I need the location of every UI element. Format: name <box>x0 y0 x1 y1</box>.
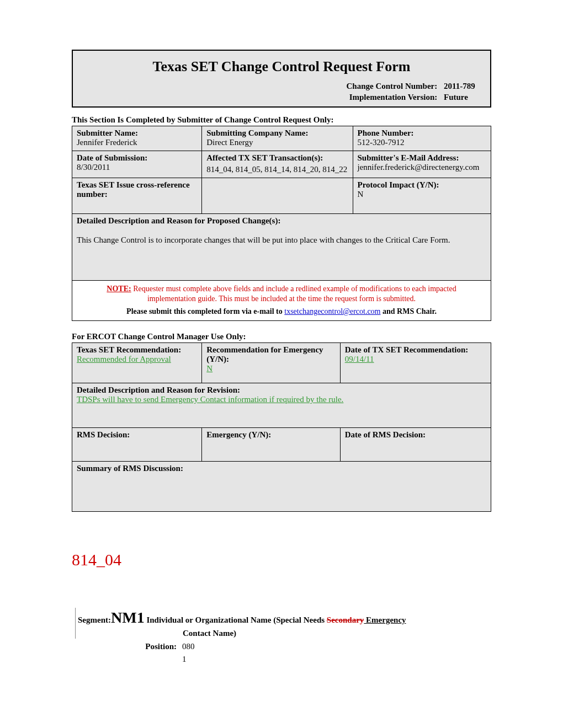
xref-spacer <box>202 178 353 213</box>
position-row: Position:080 <box>72 642 491 651</box>
email-value: jennifer.frederick@directenergy.com <box>358 163 486 172</box>
detail-cell: Detailed Description and Reason for Prop… <box>72 213 491 280</box>
company-value: Direct Energy <box>206 138 348 147</box>
email-cell: Submitter's E-Mail Address: jennifer.fre… <box>353 151 491 178</box>
rms-sum-cell: Summary of RMS Discussion: <box>72 462 491 512</box>
txset-rec-label: Texas SET Recommendation: <box>77 345 197 355</box>
note-block: NOTE: Requester must complete above fiel… <box>72 281 491 322</box>
txset-label: Affected TX SET Transaction(s): <box>206 153 348 163</box>
note-prefix: NOTE: <box>107 285 131 293</box>
txset-rec-date-label: Date of TX SET Recommendation: <box>345 345 486 355</box>
ercot-table: Texas SET Recommendation: Recommended fo… <box>72 342 491 512</box>
note-red-text: NOTE: Requester must complete above fiel… <box>89 284 474 305</box>
impl-version-value: Future <box>444 92 482 103</box>
note-submit-link[interactable]: txsetchangecontrol@ercot.com <box>284 307 380 315</box>
rms-emerg-label: Emergency (Y/N): <box>206 430 335 440</box>
section-ercot-label: For ERCOT Change Control Manager Use Onl… <box>72 332 491 341</box>
txset-rec-value: Recommended for Approval <box>77 355 197 364</box>
txset-rec-cell: Texas SET Recommendation: Recommended fo… <box>72 343 202 383</box>
detail-label: Detailed Description and Reason for Prop… <box>77 216 486 226</box>
cc-number-value: 2011-789 <box>444 81 482 92</box>
txset-rec-date-value: 09/14/11 <box>345 355 486 364</box>
position-label: Position: <box>72 642 182 651</box>
segment-insert: Emergency <box>364 615 406 624</box>
txset-rec-date-cell: Date of TX SET Recommendation: 09/14/11 <box>340 343 491 383</box>
segment-desc-pre: Individual or Organizational Name (Speci… <box>146 615 326 624</box>
rms-dec-label: RMS Decision: <box>77 430 197 440</box>
segment-strike: Secondary <box>327 615 364 624</box>
submitter-table: Submitter Name: Jennifer Frederick Submi… <box>72 126 491 281</box>
rms-sum-label: Summary of RMS Discussion: <box>77 464 486 473</box>
company-cell: Submitting Company Name: Direct Energy <box>202 126 353 151</box>
emerg-rec-label: Recommendation for Emergency (Y/N): <box>206 345 335 364</box>
proto-label: Protocol Impact (Y/N): <box>358 180 486 190</box>
segment-code: NM1 <box>111 609 145 626</box>
rev-cell: Detailed Description and Reason for Revi… <box>72 383 491 428</box>
txset-value: 814_04, 814_05, 814_14, 814_20, 814_22 <box>206 165 348 174</box>
detail-value: This Change Control is to incorporate ch… <box>77 235 486 245</box>
segment-desc-post: Contact Name) <box>183 629 236 638</box>
note-submit-line: Please submit this completed form via e-… <box>89 307 474 317</box>
phone-value: 512-320-7912 <box>358 138 486 147</box>
form-title: Texas SET Change Control Request Form <box>81 58 482 75</box>
date-value: 8/30/2011 <box>77 163 197 172</box>
rms-date-cell: Date of RMS Decision: <box>340 428 491 462</box>
cc-number-label: Change Control Number: <box>347 82 438 90</box>
page-container: Texas SET Change Control Request Form Ch… <box>0 0 563 686</box>
submitter-name-cell: Submitter Name: Jennifer Frederick <box>72 126 202 151</box>
date-cell: Date of Submission: 8/30/2011 <box>72 151 202 178</box>
section-submitter-label: This Section Is Completed by Submitter o… <box>72 115 491 125</box>
email-label: Submitter's E-Mail Address: <box>358 153 486 163</box>
note-submit-suffix: and RMS Chair. <box>381 307 437 315</box>
header-box: Texas SET Change Control Request Form Ch… <box>72 50 491 108</box>
rms-date-label: Date of RMS Decision: <box>345 430 486 440</box>
phone-cell: Phone Number: 512-320-7912 <box>353 126 491 151</box>
txset-cell: Affected TX SET Transaction(s): 814_04, … <box>202 151 353 178</box>
xref-label: Texas SET Issue cross-reference number: <box>77 180 197 199</box>
page-number: 1 <box>182 655 491 664</box>
submitter-name-label: Submitter Name: <box>77 129 197 138</box>
segment-label: Segment: <box>78 615 111 624</box>
xref-cell: Texas SET Issue cross-reference number: <box>72 178 202 213</box>
phone-label: Phone Number: <box>358 129 486 138</box>
emerg-rec-cell: Recommendation for Emergency (Y/N): N <box>202 343 340 383</box>
transaction-heading: 814_04 <box>72 550 491 569</box>
emerg-rec-value: N <box>206 364 335 373</box>
proto-cell: Protocol Impact (Y/N): N <box>353 178 491 213</box>
header-meta: Change Control Number: 2011-789 Implemen… <box>81 81 482 103</box>
date-label: Date of Submission: <box>77 153 197 163</box>
rms-dec-cell: RMS Decision: <box>72 428 202 462</box>
note-submit-prefix: Please submit this completed form via e-… <box>126 307 284 315</box>
rms-emerg-cell: Emergency (Y/N): <box>202 428 340 462</box>
rev-label: Detailed Description and Reason for Revi… <box>77 386 486 395</box>
impl-version-label: Implementation Version: <box>349 93 438 101</box>
position-value: 080 <box>182 642 195 651</box>
segment-line: Segment:NM1 Individual or Organizational… <box>75 608 491 639</box>
rev-value: TDSPs will have to send Emergency Contac… <box>77 395 486 404</box>
proto-value: N <box>358 190 486 199</box>
submitter-name-value: Jennifer Frederick <box>77 138 197 147</box>
company-label: Submitting Company Name: <box>206 129 348 138</box>
note-text: Requester must complete above fields and… <box>131 285 456 303</box>
